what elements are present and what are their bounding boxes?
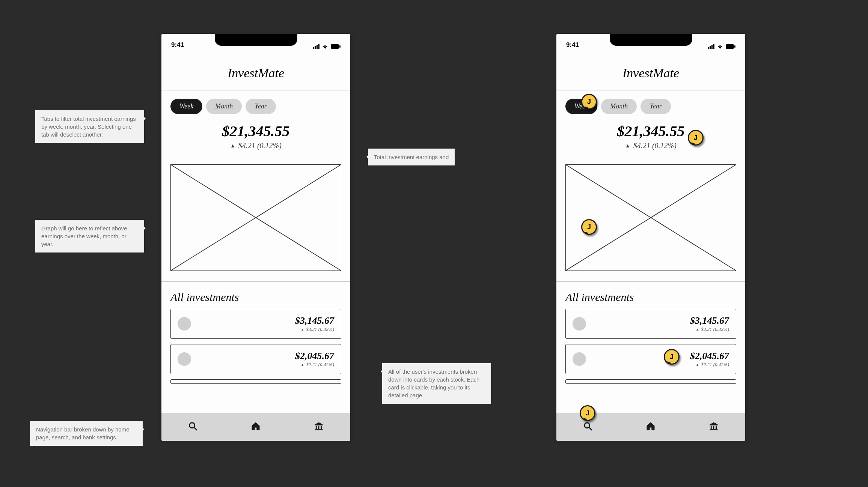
annotation-total: Total investment earnings and xyxy=(368,149,455,165)
nav-search[interactable] xyxy=(188,421,198,433)
comment-pin[interactable]: J xyxy=(688,130,704,146)
app-title: InvestMate xyxy=(161,50,350,90)
notch xyxy=(610,34,692,46)
svg-rect-3 xyxy=(318,44,319,49)
wifi-icon xyxy=(717,44,723,49)
nav-home[interactable] xyxy=(645,421,656,433)
stock-avatar xyxy=(178,317,191,331)
earnings-total: $21,345.55 xyxy=(161,122,350,140)
nav-bank[interactable] xyxy=(708,421,719,433)
nav-home[interactable] xyxy=(250,421,261,433)
stock-avatar xyxy=(573,352,586,366)
investment-card[interactable]: $3,145.67 ▲$3.21 (0.32%) xyxy=(565,309,736,339)
svg-rect-11 xyxy=(318,426,319,429)
stock-avatar xyxy=(178,352,191,366)
investment-delta: ▲$2.21 (0.42%) xyxy=(690,362,729,368)
svg-rect-5 xyxy=(339,45,341,48)
earnings-delta-value: $4.21 (0.12%) xyxy=(238,141,282,150)
investment-price: $2,045.67 xyxy=(690,350,729,362)
phone-mock-left: 9:41 InvestMate Week Month Year $21,345.… xyxy=(161,34,350,441)
annotation-cards: All of the user's investments broken dow… xyxy=(382,363,491,404)
svg-rect-13 xyxy=(315,429,323,430)
annotation-graph: Graph will go here to reflect above earn… xyxy=(35,220,144,253)
section-all-investments: All investments xyxy=(161,282,350,309)
battery-icon xyxy=(331,44,341,49)
stock-avatar xyxy=(573,317,586,331)
earnings-summary: $21,345.55 ▲ $4.21 (0.12%) xyxy=(161,114,350,154)
comment-pin[interactable]: J xyxy=(664,349,680,365)
svg-rect-1 xyxy=(315,46,316,49)
svg-rect-15 xyxy=(710,46,711,49)
investment-card[interactable]: $3,145.67 ▲$3.21 (0.32%) xyxy=(170,309,341,339)
earnings-summary: $21,345.55 ▲ $4.21 (0.12%) xyxy=(556,114,745,154)
nav-bank[interactable] xyxy=(313,421,324,433)
annotation-nav: Navigation bar broken down by home page,… xyxy=(30,421,143,446)
home-icon xyxy=(645,421,656,431)
investment-price: $3,145.67 xyxy=(690,315,729,326)
battery-icon xyxy=(726,44,735,49)
svg-rect-24 xyxy=(711,426,712,429)
comment-pin[interactable]: J xyxy=(580,405,595,421)
triangle-up-icon: ▲ xyxy=(301,328,304,331)
wifi-icon xyxy=(322,44,329,49)
investment-card[interactable]: $2,045.67 ▲$2.21 (0.42%) xyxy=(565,344,736,374)
triangle-up-icon: ▲ xyxy=(301,363,304,367)
annotation-tabs: Tabs to filter total investment earnings… xyxy=(35,110,144,143)
comment-pin[interactable]: J xyxy=(581,94,597,110)
svg-rect-0 xyxy=(313,47,314,49)
investment-card-partial[interactable] xyxy=(565,379,736,384)
investment-list: $3,145.67 ▲$3.21 (0.32%) $2,045.67 ▲$2.2… xyxy=(556,309,745,384)
section-all-investments: All investments xyxy=(556,282,745,309)
tab-month[interactable]: Month xyxy=(601,99,637,114)
svg-rect-27 xyxy=(710,429,718,430)
investment-price: $3,145.67 xyxy=(295,315,334,326)
tab-week[interactable]: Week xyxy=(170,99,202,114)
comment-pin[interactable]: J xyxy=(581,219,597,235)
svg-rect-25 xyxy=(713,426,714,429)
investment-card-partial[interactable] xyxy=(170,379,341,384)
period-tabs: Week Month Year xyxy=(161,90,350,114)
tab-year[interactable]: Year xyxy=(640,99,671,114)
svg-rect-18 xyxy=(726,44,734,49)
investment-delta: ▲$3.21 (0.32%) xyxy=(295,326,334,332)
home-icon xyxy=(250,421,261,431)
status-time: 9:41 xyxy=(566,41,579,49)
tab-month[interactable]: Month xyxy=(206,99,242,114)
triangle-up-icon: ▲ xyxy=(625,143,630,149)
status-icons xyxy=(708,44,735,49)
app-title: InvestMate xyxy=(556,50,745,90)
earnings-delta: ▲ $4.21 (0.12%) xyxy=(556,141,745,150)
tab-year[interactable]: Year xyxy=(246,99,276,114)
earnings-total: $21,345.55 xyxy=(556,122,745,140)
svg-point-22 xyxy=(584,423,589,428)
svg-rect-17 xyxy=(713,44,714,49)
investment-card[interactable]: $2,045.67 ▲$2.21 (0.42%) xyxy=(170,344,341,374)
signal-icon xyxy=(708,44,714,49)
svg-rect-2 xyxy=(316,45,318,49)
investment-list: $3,145.67 ▲$3.21 (0.32%) $2,045.67 ▲$2.2… xyxy=(161,309,350,384)
svg-line-23 xyxy=(589,428,592,430)
earnings-delta: ▲ $4.21 (0.12%) xyxy=(161,141,350,150)
status-icons xyxy=(313,44,341,49)
bank-icon xyxy=(708,421,719,431)
investment-delta: ▲$3.21 (0.32%) xyxy=(690,326,729,332)
svg-line-9 xyxy=(194,428,197,430)
svg-rect-12 xyxy=(321,426,322,429)
investment-price: $2,045.67 xyxy=(295,350,334,362)
triangle-up-icon: ▲ xyxy=(696,363,699,367)
svg-rect-16 xyxy=(711,45,713,49)
earnings-delta-value: $4.21 (0.12%) xyxy=(633,141,677,150)
svg-rect-10 xyxy=(316,426,317,429)
investment-delta: ▲$2.21 (0.42%) xyxy=(295,362,334,368)
svg-rect-4 xyxy=(331,44,339,49)
graph-placeholder xyxy=(170,164,341,271)
search-icon xyxy=(188,421,198,431)
triangle-up-icon: ▲ xyxy=(230,143,235,149)
triangle-up-icon: ▲ xyxy=(696,328,699,331)
status-time: 9:41 xyxy=(171,41,184,49)
svg-rect-14 xyxy=(708,47,709,49)
svg-rect-19 xyxy=(734,45,735,48)
signal-icon xyxy=(313,44,319,49)
bottom-nav xyxy=(161,413,350,441)
svg-rect-26 xyxy=(716,426,717,429)
